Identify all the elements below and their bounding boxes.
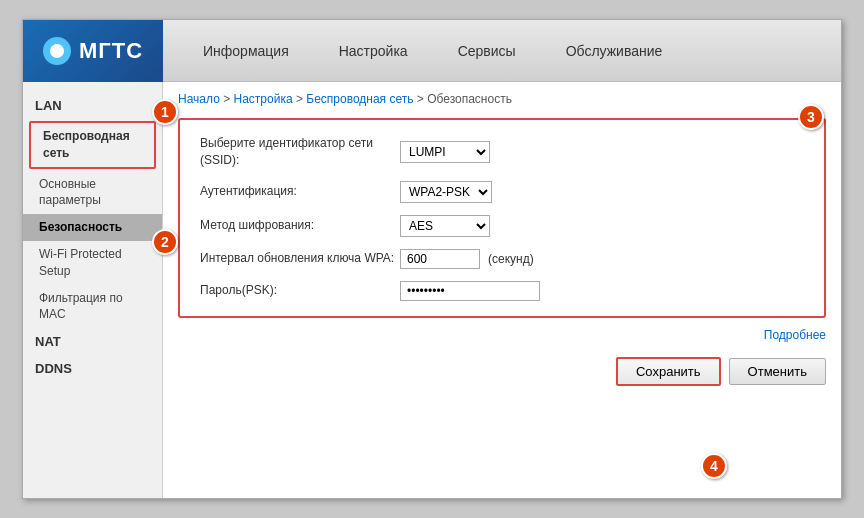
buttons-area: Сохранить Отменить	[178, 352, 826, 391]
breadcrumb-home[interactable]: Начало	[178, 92, 220, 106]
nav-menu: Информация Настройка Сервисы Обслуживани…	[163, 20, 841, 82]
cancel-button[interactable]: Отменить	[729, 358, 826, 385]
save-button[interactable]: Сохранить	[616, 357, 721, 386]
body: LAN Беспроводная сеть Основные параметры…	[23, 82, 841, 498]
auth-control[interactable]: WPA2-PSK WPA-PSK WEP Открытая	[400, 181, 492, 203]
auth-row: Аутентификация: WPA2-PSK WPA-PSK WEP Отк…	[200, 181, 804, 203]
main-content: Начало > Настройка > Беспроводная сеть >…	[163, 82, 841, 498]
logo-text: МГТС	[79, 38, 143, 64]
nav-item-maintenance[interactable]: Обслуживание	[546, 35, 683, 67]
sidebar-item-mac[interactable]: Фильтрация по MAC	[23, 285, 162, 329]
sidebar-lan[interactable]: LAN	[23, 92, 162, 119]
nav-item-services[interactable]: Сервисы	[438, 35, 536, 67]
badge-2: 2	[152, 229, 178, 255]
logo-area: МГТС	[23, 20, 163, 82]
sidebar-item-wps[interactable]: Wi-Fi Protected Setup	[23, 241, 162, 285]
wpa-interval-input[interactable]	[400, 249, 480, 269]
breadcrumb-security: Обезопасность	[427, 92, 512, 106]
password-label: Пароль(PSK):	[200, 282, 400, 299]
ssid-control[interactable]: LUMPI	[400, 141, 490, 163]
sidebar-item-security[interactable]: Безопасность	[23, 214, 162, 241]
more-link[interactable]: Подробнее	[178, 328, 826, 342]
password-row: Пароль(PSK):	[200, 281, 804, 301]
ssid-select[interactable]: LUMPI	[400, 141, 490, 163]
seconds-label: (секунд)	[488, 252, 534, 266]
sidebar-nat[interactable]: NAT	[23, 328, 162, 355]
encryption-row: Метод шифрования: AES TKIP	[200, 215, 804, 237]
ssid-row: Выберите идентификатор сети (SSID): LUMP…	[200, 135, 804, 169]
password-input[interactable]	[400, 281, 540, 301]
sidebar-item-basic[interactable]: Основные параметры	[23, 171, 162, 215]
logo-icon	[43, 37, 71, 65]
auth-label: Аутентификация:	[200, 183, 400, 200]
sidebar: LAN Беспроводная сеть Основные параметры…	[23, 82, 163, 498]
badge-3: 3	[798, 104, 824, 130]
wpa-interval-label: Интервал обновления ключа WPA:	[200, 250, 400, 267]
ssid-label: Выберите идентификатор сети (SSID):	[200, 135, 400, 169]
header: МГТС Информация Настройка Сервисы Обслуж…	[23, 20, 841, 82]
nav-item-settings[interactable]: Настройка	[319, 35, 428, 67]
badge-1: 1	[152, 99, 178, 125]
sidebar-ddns[interactable]: DDNS	[23, 355, 162, 382]
breadcrumb-settings[interactable]: Настройка	[234, 92, 293, 106]
breadcrumb-wireless[interactable]: Беспроводная сеть	[306, 92, 413, 106]
wpa-interval-row: Интервал обновления ключа WPA: (секунд)	[200, 249, 804, 269]
badge-4: 4	[701, 453, 727, 479]
breadcrumb: Начало > Настройка > Беспроводная сеть >…	[178, 92, 826, 106]
auth-select[interactable]: WPA2-PSK WPA-PSK WEP Открытая	[400, 181, 492, 203]
form-section: Выберите идентификатор сети (SSID): LUMP…	[178, 118, 826, 318]
wpa-interval-control[interactable]	[400, 249, 480, 269]
encryption-select[interactable]: AES TKIP	[400, 215, 490, 237]
encryption-control[interactable]: AES TKIP	[400, 215, 490, 237]
password-control[interactable]	[400, 281, 540, 301]
sidebar-wireless[interactable]: Беспроводная сеть	[29, 121, 156, 169]
nav-item-info[interactable]: Информация	[183, 35, 309, 67]
encryption-label: Метод шифрования:	[200, 217, 400, 234]
